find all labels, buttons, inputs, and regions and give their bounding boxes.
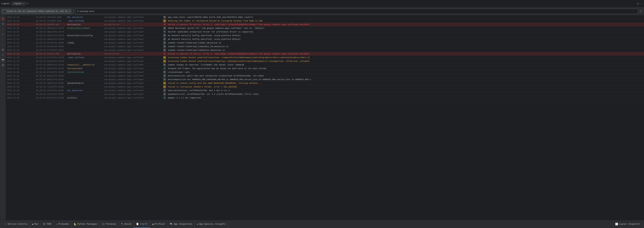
log-row[interactable]: 2022-12-29 02:02:26.699 22470-22582 com.… (6, 78, 644, 81)
log-level: I (162, 96, 167, 99)
log-row[interactable]: 2022-12-29 02:02:23.402 22470-22470 Netw… (6, 34, 644, 37)
log-date: 2022-12-29 (6, 27, 35, 29)
level-badge: W (163, 82, 166, 85)
log-pid: 22470-22582 (50, 78, 66, 81)
tab-close-icon[interactable]: ✕ (23, 2, 24, 5)
log-package: com.google.samples.apps.sunflower (103, 56, 162, 59)
filter-bar[interactable]: ▼ package:mine (75, 9, 638, 14)
log-row[interactable]: 2022-12-29 01:00:55.790 1639-1855 EGL_em… (6, 15, 644, 19)
status-item-python-packages[interactable]: 🐍Python Packages (71, 220, 100, 228)
log-date: 2022-12-29 (6, 42, 35, 44)
log-time: 02:02:23.400 (35, 27, 50, 29)
status-item-app-inspection[interactable]: 🔍App Inspection (168, 220, 195, 228)
level-badge: D (163, 41, 166, 44)
log-pid: 22470-22582 (50, 75, 66, 77)
left-sidebar: 🚫 ⏸ ↕ ⬆ ↑ ↓ ▤ ≡ 📷 🎥 (0, 15, 6, 220)
logcat-tab[interactable]: Logcat ✕ (12, 2, 26, 6)
minimize-icon[interactable]: — (641, 2, 642, 5)
log-row[interactable]: 2022-12-29 02:02:23.673 22470-22584 com.… (6, 48, 644, 52)
log-content: 2022-12-29 01:00:55.790 1639-1855 EGL_em… (6, 15, 644, 220)
log-tag: Gralloc4 (66, 97, 103, 99)
log-tag: HostConnection (66, 71, 103, 73)
status-item-app-quality-insights[interactable]: ★App Quality Insights (194, 220, 228, 228)
sidebar-pause-icon[interactable]: ⏸ (0, 22, 5, 26)
status-item-version-control[interactable]: ↑↓Version Control (2, 220, 30, 228)
status-icon: 🐍 (74, 223, 76, 226)
level-badge: I (163, 67, 166, 70)
log-message: HostComposition ext ANDROID_EMU_CHECKSUM… (167, 78, 644, 81)
log-level: V (162, 30, 167, 33)
log-pid: 22470-22582 (50, 71, 66, 73)
log-row[interactable]: 2022-12-29 02:02:23.400 22470-22470 com.… (6, 37, 644, 41)
log-date: 2022-12-29 (6, 60, 35, 62)
status-label: Version Control (8, 223, 28, 226)
sidebar-list-icon[interactable]: ≡ (0, 52, 5, 57)
log-message: Accessing hidden method Landroid/view/Vi… (167, 56, 644, 59)
log-level: W (162, 85, 167, 88)
log-row[interactable]: 2022-12-29 02:02:23.199 546-603 VerityUt… (6, 23, 644, 26)
level-badge: D (163, 71, 166, 74)
log-row[interactable]: 2022-12-29 02:02:26.579 22470-22582 Host… (6, 70, 644, 74)
log-pid: 22470-22582 (50, 90, 66, 92)
log-row[interactable]: 2022-12-29 02:02:26.155 22470-22470 Chor… (6, 67, 644, 70)
settings-icon[interactable]: ⚙ (637, 2, 639, 5)
log-date: 2022-12-29 (6, 82, 35, 84)
log-tag: VerityUtils (66, 53, 103, 55)
log-tag: EGL_emulation (66, 90, 103, 92)
log-row[interactable]: 2022-12-29 02:02:25.690 22470-22470 Comp… (6, 63, 644, 67)
status-bar: ↑↓Version Control▶Run☰TODO⚠Problems🐍Pyth… (0, 220, 644, 228)
log-date: 2022-12-29 (6, 45, 35, 48)
status-item-problems[interactable]: ⚠Problems (54, 220, 71, 228)
status-item-logcat[interactable]: 📋Logcat (134, 220, 150, 228)
tab-add-icon[interactable]: + (27, 2, 29, 5)
log-date: 2022-12-29 (6, 67, 35, 70)
log-row[interactable]: 2022-12-29 02:02:23.743 546-603 VerityUt… (6, 52, 644, 56)
log-row[interactable]: 2022-12-29 02:02:26.711 22470-22582 com.… (6, 85, 644, 89)
status-item-todo[interactable]: ☰TODO (41, 220, 54, 228)
device-selector[interactable]: 📱 Pixel XL API 31 (emulator-5554) Androi… (2, 9, 72, 14)
sidebar-filter2-icon[interactable]: ▤ (0, 47, 5, 52)
log-time: 02:02:24.327 (35, 56, 50, 59)
log-row[interactable]: 2022-12-29 01:01:04.770 1639-1675 .apps.… (6, 19, 644, 23)
log-row[interactable]: 2022-12-29 02:02:24.328 22470-22470 com.… (6, 59, 644, 63)
sidebar-down-icon[interactable]: ↓ (0, 42, 5, 47)
log-level: D (162, 45, 167, 48)
log-pid: 22470-22584 (50, 42, 66, 44)
log-row[interactable]: 2022-12-29 02:02:26.715 22470-22582 com.… (6, 92, 644, 96)
log-row[interactable]: 2022-12-29 02:02:23.400 22470-22470 com.… (6, 30, 644, 34)
sidebar-video-icon[interactable]: 🎥 (0, 63, 5, 67)
log-package: system_server (103, 53, 162, 55)
level-badge: E (163, 52, 166, 55)
sidebar-import-icon[interactable]: ⬆ (0, 32, 5, 37)
sidebar-clear-icon[interactable]: 🚫 (0, 16, 5, 21)
sidebar-up-icon[interactable]: ↑ (0, 37, 5, 42)
log-row[interactable]: 2022-12-29 02:02:26.713 22470-22582 EGL_… (6, 89, 644, 92)
status-icon: ⬛ (102, 223, 105, 226)
log-row[interactable]: 2022-12-29 02:02:24.327 22470-22470 .app… (6, 56, 644, 59)
status-item-terminal[interactable]: ⬛Terminal (100, 220, 119, 228)
log-package: com.google.samples.apps.sunflower (103, 31, 162, 33)
level-badge: D (163, 38, 166, 41)
status-item-profiler[interactable]: ◉Profiler (150, 220, 168, 228)
status-item-run[interactable]: ▶Run (30, 220, 41, 228)
log-row[interactable]: 2022-12-29 02:02:26.803 22470-22582 Gral… (6, 96, 644, 100)
log-date: 2022-12-29 (6, 75, 35, 77)
status-label: Problems (58, 223, 69, 226)
status-item-build[interactable]: 🔨Build (119, 220, 134, 228)
log-row[interactable]: 2022-12-29 02:02:23.400 22470-22470 Grap… (6, 26, 644, 30)
sidebar-camera-icon[interactable]: 📷 (0, 58, 5, 62)
log-row[interactable]: 2022-12-29 02:02:23.621 22470-22584 libE… (6, 41, 644, 45)
log-package: com.google.samples.apps.sunflower (103, 78, 162, 81)
log-row[interactable]: 2022-12-29 02:02:23.664 22470-22584 com.… (6, 45, 644, 48)
log-row[interactable]: 2022-12-29 02:02:26.709 22470-22582 Open… (6, 81, 644, 85)
sidebar-scroll-icon[interactable]: ↕ (0, 27, 5, 31)
log-package: com.google.samples.apps.sunflower (103, 86, 162, 88)
expand-icon[interactable]: ⤢ (639, 9, 642, 13)
status-item-layout-inspector[interactable]: ⬜Layout Inspector (613, 220, 642, 228)
log-package: com.google.samples.apps.sunflower (103, 75, 162, 77)
log-level: D (162, 41, 167, 44)
log-package: com.google.samples.apps.sunflower (103, 45, 162, 48)
log-row[interactable]: 2022-12-29 02:02:26.584 22470-22582 com.… (6, 74, 644, 78)
level-badge: W (163, 85, 166, 88)
toolbar: 📱 Pixel XL API 31 (emulator-5554) Androi… (0, 7, 644, 15)
